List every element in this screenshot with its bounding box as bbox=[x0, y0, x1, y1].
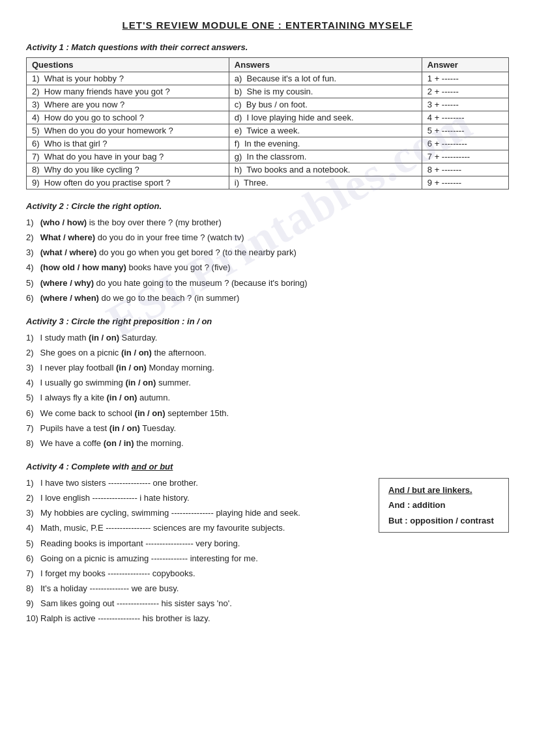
col-header-answer: Answer bbox=[422, 58, 508, 72]
infobox-line1: And / but are linkers. bbox=[388, 484, 499, 497]
infobox: And / but are linkers. And : addition Bu… bbox=[379, 478, 509, 533]
answer-cell: b) She is my cousin. bbox=[229, 85, 422, 98]
table-row: 4) How do you go to school ? d) I love p… bbox=[27, 111, 509, 124]
question-cell: 5) When do you do your homework ? bbox=[27, 124, 229, 137]
table-row: 2) How many friends have you got ? b) Sh… bbox=[27, 85, 509, 98]
list-item: 8) We have a coffe (on / in) the morning… bbox=[26, 437, 509, 450]
list-item: 6) (where / when) do we go to the beach … bbox=[26, 292, 509, 305]
question-cell: 2) How many friends have you got ? bbox=[27, 85, 229, 98]
table-row: 3) Where are you now ? c) By bus / on fo… bbox=[27, 98, 509, 111]
question-cell: 7) What do you have in your bag ? bbox=[27, 150, 229, 163]
list-item: 2) She goes on a picnic (in / on) the af… bbox=[26, 346, 509, 359]
list-item: 10)Ralph is active --------------- his b… bbox=[26, 612, 509, 625]
answer-box-cell: 4 + -------- bbox=[422, 111, 508, 124]
list-item: 7) Pupils have a test (in / on) Tuesday. bbox=[26, 422, 509, 435]
activity2-list: 1) (who / how) is the boy over there ? (… bbox=[26, 216, 509, 305]
answer-box-cell: 9 + ------- bbox=[422, 176, 508, 189]
answer-cell: a) Because it's a lot of fun. bbox=[229, 72, 422, 85]
answer-box-cell: 7 + ---------- bbox=[422, 150, 508, 163]
list-item: 5)Reading books is important -----------… bbox=[26, 537, 509, 550]
answer-box-cell: 8 + ------- bbox=[422, 163, 508, 176]
list-item: 4)Math, music, P.E ---------------- scie… bbox=[26, 522, 366, 535]
answer-box-cell: 1 + ------ bbox=[422, 72, 508, 85]
answer-box-cell: 6 + --------- bbox=[422, 137, 508, 150]
list-item: 2) What / where) do you do in your free … bbox=[26, 231, 509, 244]
list-item: 8)It's a holiday -------------- we are b… bbox=[26, 582, 509, 595]
question-cell: 8) Why do you like cycling ? bbox=[27, 163, 229, 176]
infobox-line2: And : addition bbox=[388, 499, 499, 512]
list-item: 1) I study math (in / on) Saturday. bbox=[26, 331, 509, 344]
list-item: 3) I never play football (in / on) Monda… bbox=[26, 361, 509, 374]
list-item: 3) (what / where) do you go when you get… bbox=[26, 246, 509, 259]
activity4-title: Activity 4 : Complete with and or but bbox=[26, 462, 509, 471]
activity3-list: 1) I study math (in / on) Saturday.2) Sh… bbox=[26, 331, 509, 450]
answer-cell: f) In the evening. bbox=[229, 137, 422, 150]
answer-cell: c) By bus / on foot. bbox=[229, 98, 422, 111]
table-row: 5) When do you do your homework ? e) Twi… bbox=[27, 124, 509, 137]
list-item: 5) I always fly a kite (in / on) autumn. bbox=[26, 391, 509, 404]
list-item: 7)I forget my books --------------- copy… bbox=[26, 567, 509, 580]
list-item: 4) (how old / how many) books have you g… bbox=[26, 261, 509, 274]
activity2-title: Activity 2 : Circle the right option. bbox=[26, 201, 509, 211]
table-row: 6) Who is that girl ? f) In the evening.… bbox=[27, 137, 509, 150]
list-item: 6) We come back to school (in / on) sept… bbox=[26, 407, 509, 420]
infobox-line3: But : opposition / contrast bbox=[388, 514, 499, 527]
answer-cell: g) In the classrom. bbox=[229, 150, 422, 163]
answer-cell: i) Three. bbox=[229, 176, 422, 189]
question-cell: 6) Who is that girl ? bbox=[27, 137, 229, 150]
activity4: Activity 4 : Complete with and or but An… bbox=[26, 462, 509, 627]
activity1-table: Questions Answers Answer 1) What is your… bbox=[26, 57, 509, 189]
question-cell: 4) How do you go to school ? bbox=[27, 111, 229, 124]
question-cell: 9) How often do you practise sport ? bbox=[27, 176, 229, 189]
list-item: 5) (where / why) do you hate going to th… bbox=[26, 277, 509, 290]
answer-cell: d) I love playing hide and seek. bbox=[229, 111, 422, 124]
list-item: 6)Going on a picnic is amuzing ---------… bbox=[26, 552, 509, 565]
activity2: Activity 2 : Circle the right option. 1)… bbox=[26, 201, 509, 305]
list-item: 1) (who / how) is the boy over there ? (… bbox=[26, 216, 509, 229]
col-header-answers: Answers bbox=[229, 58, 422, 72]
activity3-title: Activity 3 : Circle the right prepositio… bbox=[26, 316, 509, 326]
answer-cell: e) Twice a week. bbox=[229, 124, 422, 137]
answer-cell: h) Two books and a notebook. bbox=[229, 163, 422, 176]
question-cell: 1) What is your hobby ? bbox=[27, 72, 229, 85]
table-row: 7) What do you have in your bag ? g) In … bbox=[27, 150, 509, 163]
answer-box-cell: 2 + ------ bbox=[422, 85, 508, 98]
list-item: 4) I usually go swimming (in / on) summe… bbox=[26, 376, 509, 389]
answer-box-cell: 5 + -------- bbox=[422, 124, 508, 137]
question-cell: 3) Where are you now ? bbox=[27, 98, 229, 111]
list-item: 1)I have two sisters --------------- one… bbox=[26, 477, 366, 490]
answer-box-cell: 3 + ------ bbox=[422, 98, 508, 111]
list-item: 9)Sam likes going out --------------- hi… bbox=[26, 597, 509, 610]
activity1: Activity 1 : Match questions with their … bbox=[26, 42, 509, 189]
list-item: 3)My hobbies are cycling, swimming -----… bbox=[26, 507, 366, 520]
table-row: 1) What is your hobby ? a) Because it's … bbox=[27, 72, 509, 85]
table-row: 9) How often do you practise sport ? i) … bbox=[27, 176, 509, 189]
activity3: Activity 3 : Circle the right prepositio… bbox=[26, 316, 509, 450]
table-row: 8) Why do you like cycling ? h) Two book… bbox=[27, 163, 509, 176]
col-header-questions: Questions bbox=[27, 58, 229, 72]
list-item: 2)I love english ---------------- i hate… bbox=[26, 492, 366, 505]
activity1-title: Activity 1 : Match questions with their … bbox=[26, 42, 509, 52]
page-title: LET'S REVIEW MODULE ONE : ENTERTAINING M… bbox=[26, 20, 509, 31]
